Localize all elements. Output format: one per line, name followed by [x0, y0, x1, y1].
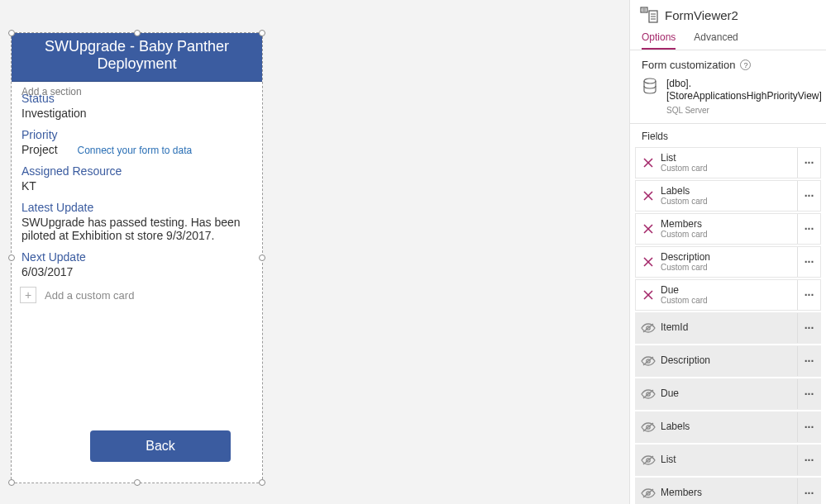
field-item-more[interactable]: ··· [797, 181, 820, 211]
field-item-name: Members [661, 487, 797, 498]
resize-handle[interactable] [134, 479, 141, 486]
field-item[interactable]: DescriptionCustom card··· [635, 246, 821, 278]
field-label: Latest Update [21, 201, 252, 214]
remove-icon[interactable] [636, 289, 661, 301]
field-item-more[interactable]: ··· [797, 148, 820, 178]
hidden-icon[interactable] [636, 454, 661, 466]
field-item-text: DescriptionCustom card [661, 252, 797, 272]
field-item-name: ItemId [661, 322, 797, 333]
connect-data-link[interactable]: Connect your form to data [77, 145, 192, 156]
field-item-more[interactable]: ··· [797, 313, 820, 343]
field-item-text: ItemId [661, 322, 797, 333]
panel-header: FormViewer2 [630, 0, 826, 28]
form-canvas[interactable]: SWUpgrade - Baby Panther Deployment Add … [11, 32, 263, 483]
field-item-sub: Custom card [661, 164, 797, 173]
add-card-label: Add a custom card [45, 289, 134, 302]
field-item[interactable]: List··· [635, 445, 821, 476]
panel-tabs: Options Advanced [630, 28, 826, 50]
svg-rect-0 [641, 7, 647, 12]
hidden-icon[interactable] [636, 421, 661, 433]
form-customization-header: Form customization ? [630, 50, 826, 76]
field-item-text: Labels [661, 421, 797, 432]
field-item-name: Description [661, 252, 797, 263]
field-value: Project Connect your form to data [21, 143, 252, 156]
datasource-sub: SQL Server [666, 106, 822, 115]
field-label: Next Update [21, 250, 252, 264]
field-next: Next Update 6/03/2017 [21, 250, 252, 278]
resize-handle[interactable] [259, 254, 265, 261]
datasource-name1: [dbo]. [666, 78, 822, 90]
field-item-sub: Custom card [661, 230, 797, 239]
field-item[interactable]: ItemId··· [635, 312, 821, 344]
field-item-text: Description [661, 355, 797, 366]
hidden-icon[interactable] [636, 355, 661, 367]
form-body: Status Investigation Priority Project Co… [12, 82, 262, 278]
field-item[interactable]: LabelsCustom card··· [635, 180, 821, 212]
field-item-more[interactable]: ··· [797, 214, 820, 244]
field-item-more[interactable]: ··· [797, 346, 820, 376]
plus-icon: + [20, 287, 36, 303]
field-item-name: Due [661, 285, 797, 296]
field-item[interactable]: Due··· [635, 378, 821, 410]
datasource-name2: [StoreApplicationsHighPriorityView] [666, 90, 822, 102]
field-item-name: Members [661, 219, 797, 230]
resize-handle[interactable] [8, 254, 15, 261]
field-item[interactable]: DueCustom card··· [635, 279, 821, 311]
field-item-more[interactable]: ··· [797, 445, 820, 475]
field-item-more[interactable]: ··· [797, 412, 820, 442]
tab-options[interactable]: Options [642, 28, 676, 50]
field-item[interactable]: Labels··· [635, 411, 821, 443]
resize-handle[interactable] [8, 30, 15, 36]
field-item[interactable]: Members··· [635, 478, 821, 504]
field-item-more[interactable]: ··· [797, 478, 820, 504]
remove-icon[interactable] [636, 190, 661, 202]
form-title: SWUpgrade - Baby Panther Deployment [12, 33, 262, 82]
remove-icon[interactable] [636, 223, 661, 235]
field-item-name: Description [661, 355, 797, 366]
field-item-text: MembersCustom card [661, 219, 797, 239]
field-item-sub: Custom card [661, 197, 797, 206]
datasource-row[interactable]: [dbo]. [StoreApplicationsHighPriorityVie… [630, 76, 826, 124]
field-item-name: List [661, 454, 797, 465]
remove-icon[interactable] [636, 256, 661, 268]
field-item[interactable]: ListCustom card··· [635, 147, 821, 178]
help-icon[interactable]: ? [740, 59, 751, 70]
field-list: ListCustom card···LabelsCustom card···Me… [630, 147, 826, 504]
field-item-name: Labels [661, 186, 797, 197]
field-item-name: Labels [661, 421, 797, 432]
field-item-sub: Custom card [661, 296, 797, 305]
database-icon [642, 78, 658, 99]
resize-handle[interactable] [259, 479, 265, 486]
field-item[interactable]: Description··· [635, 345, 821, 377]
resize-handle[interactable] [134, 30, 141, 36]
field-item-more[interactable]: ··· [797, 379, 820, 409]
field-item-text: Due [661, 388, 797, 399]
hidden-icon[interactable] [636, 487, 661, 499]
field-item-more[interactable]: ··· [797, 247, 820, 277]
add-section-ghost[interactable]: Add a section [21, 86, 82, 97]
section-title-text: Form customization [642, 59, 735, 71]
add-custom-card[interactable]: + Add a custom card [20, 287, 254, 303]
hidden-icon[interactable] [636, 388, 661, 400]
priority-value: Project [21, 143, 58, 156]
field-item-text: DueCustom card [661, 285, 797, 305]
field-label: Assigned Resource [21, 164, 252, 178]
field-item-sub: Custom card [661, 263, 797, 272]
hidden-icon[interactable] [636, 322, 661, 334]
field-item-text: Members [661, 487, 797, 498]
back-button[interactable]: Back [90, 430, 231, 462]
panel-title: FormViewer2 [665, 8, 738, 22]
resize-handle[interactable] [8, 479, 15, 486]
field-item-text: LabelsCustom card [661, 186, 797, 206]
field-latest: Latest Update SWUpgrade has passed testi… [21, 201, 252, 242]
field-priority: Priority Project Connect your form to da… [21, 128, 252, 156]
field-assigned: Assigned Resource KT [21, 164, 252, 193]
remove-icon[interactable] [636, 157, 661, 169]
field-item[interactable]: MembersCustom card··· [635, 213, 821, 245]
datasource-text: [dbo]. [StoreApplicationsHighPriorityVie… [666, 78, 822, 115]
resize-handle[interactable] [259, 30, 265, 36]
properties-panel: FormViewer2 Options Advanced Form custom… [629, 0, 826, 504]
field-item-more[interactable]: ··· [797, 280, 820, 310]
tab-advanced[interactable]: Advanced [694, 28, 738, 50]
fields-header: Fields [630, 124, 826, 147]
